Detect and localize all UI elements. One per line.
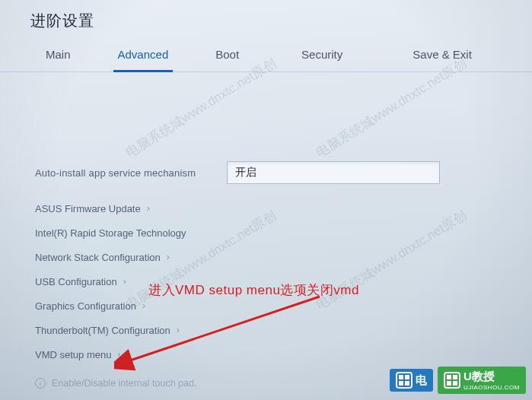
- auto-install-row: Auto-install app service mechanism 开启: [35, 160, 502, 186]
- bios-tabs: Main Advanced Boot Security Save & Exit: [0, 33, 532, 72]
- logo-ujiaoshou: U教授 UJIAOSHOU.COM: [438, 367, 526, 394]
- setting-label: Auto-install app service mechanism: [35, 167, 227, 179]
- menu-label: Thunderbolt(TM) Configuration: [35, 325, 170, 336]
- tab-security[interactable]: Security: [301, 39, 342, 71]
- tab-advanced[interactable]: Advanced: [118, 39, 169, 71]
- menu-label: Intel(R) Rapid Storage Technology: [35, 227, 186, 239]
- tab-main[interactable]: Main: [46, 39, 71, 71]
- menu-label: VMD setup menu: [35, 349, 111, 360]
- menu-thunderbolt-config[interactable]: Thunderbolt(TM) Configuration ›: [35, 318, 502, 342]
- logo-subtext: UJIAOSHOU.COM: [464, 384, 520, 391]
- menu-label: ASUS Firmware Update: [35, 203, 141, 214]
- chevron-right-icon: ›: [167, 252, 170, 262]
- chevron-right-icon: ›: [177, 325, 180, 335]
- logo-text: U教授: [464, 370, 520, 384]
- hint-text: Enable/Disable internal touch pad.: [52, 378, 196, 389]
- site-logos: 电 U教授 UJIAOSHOU.COM: [390, 367, 526, 394]
- tab-save-exit[interactable]: Save & Exit: [413, 39, 472, 71]
- hint-bar: i Enable/Disable internal touch pad.: [35, 378, 196, 389]
- chevron-right-icon: ›: [123, 276, 126, 287]
- page-title: 进阶设置: [0, 0, 532, 33]
- menu-label: USB Configuration: [35, 276, 117, 287]
- info-icon: i: [35, 378, 46, 389]
- menu-label: Graphics Configuration: [35, 300, 136, 312]
- menu-vmd-setup[interactable]: VMD setup menu ›: [35, 342, 502, 367]
- menu-intel-rst[interactable]: Intel(R) Rapid Storage Technology: [35, 221, 502, 245]
- menu-label: Network Stack Configuration: [35, 252, 161, 263]
- auto-install-select[interactable]: 开启: [227, 161, 440, 184]
- logo-dnxtc: 电: [390, 369, 433, 392]
- annotation-text: 进入VMD setup menu选项关闭vmd: [148, 281, 359, 299]
- menu-network-stack[interactable]: Network Stack Configuration ›: [35, 245, 502, 269]
- menu-asus-firmware-update[interactable]: ASUS Firmware Update ›: [35, 196, 502, 221]
- advanced-settings-content: Auto-install app service mechanism 开启 AS…: [0, 72, 532, 367]
- grid-icon: [444, 372, 460, 389]
- chevron-right-icon: ›: [142, 300, 145, 311]
- chevron-right-icon: ›: [147, 203, 150, 214]
- logo-text: 电: [416, 373, 427, 388]
- chevron-right-icon: ›: [117, 349, 120, 360]
- grid-icon: [396, 372, 413, 389]
- tab-boot[interactable]: Boot: [215, 39, 239, 71]
